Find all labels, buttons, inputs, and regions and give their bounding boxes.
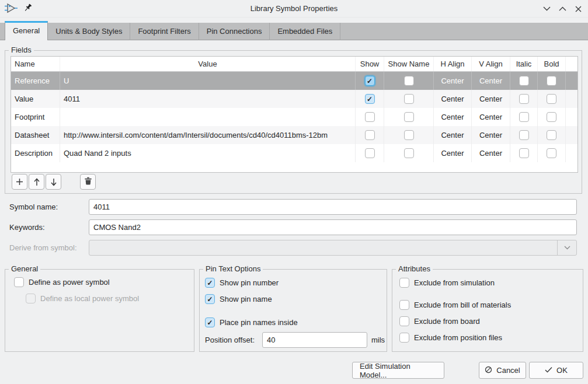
show-pin-name-checkbox[interactable] [205, 294, 215, 304]
exclude-from-position-files-option[interactable]: Exclude from position files [399, 333, 502, 343]
cell-value[interactable]: Quad Nand 2 inputs [60, 144, 356, 162]
titlebar[interactable]: Library Symbol Properties [0, 0, 588, 18]
place-pin-names-inside-checkbox[interactable] [205, 317, 215, 327]
place-pin-names-inside-label: Place pin names inside [220, 317, 298, 327]
close-icon[interactable] [574, 5, 582, 13]
bold-checkbox[interactable] [547, 76, 556, 86]
show-pin-name-option[interactable]: Show pin name [205, 294, 272, 304]
exclude-from-position-files-checkbox[interactable] [399, 333, 409, 343]
cell-h-align[interactable]: Center [434, 108, 472, 126]
exclude-from-board-option[interactable]: Exclude from board [399, 316, 480, 326]
edit-simulation-model-label: Edit Simulation Model... [360, 362, 437, 379]
tab-bar: General Units & Body Styles Footprint Fi… [0, 21, 588, 40]
derive-from-symbol-label: Derive from symbol: [9, 240, 77, 256]
tab-general[interactable]: General [5, 21, 48, 40]
pin-text-options-legend: Pin Text Options [203, 264, 263, 273]
italic-checkbox[interactable] [519, 148, 529, 158]
symbol-name-input[interactable] [89, 199, 577, 215]
edit-simulation-model-button[interactable]: Edit Simulation Model... [352, 362, 444, 379]
show-checkbox[interactable] [365, 130, 375, 140]
show-name-checkbox[interactable] [404, 94, 414, 104]
cell-h-align[interactable]: Center [434, 72, 472, 90]
delete-field-button[interactable] [80, 174, 96, 190]
define-power-symbol-label: Define as power symbol [29, 277, 110, 287]
exclude-from-position-files-label: Exclude from position files [414, 333, 502, 343]
italic-checkbox[interactable] [519, 130, 529, 140]
cell-v-align[interactable]: Center [472, 72, 510, 90]
exclude-from-bom-checkbox[interactable] [399, 300, 409, 310]
add-field-button[interactable] [12, 174, 27, 190]
column-header-show-name: Show Name [384, 57, 434, 71]
tab-footprint-filters[interactable]: Footprint Filters [130, 23, 199, 40]
define-power-symbol-option[interactable]: Define as power symbol [14, 277, 110, 287]
show-pin-number-option[interactable]: Show pin number [205, 278, 279, 288]
show-pin-number-checkbox[interactable] [205, 278, 215, 288]
italic-checkbox[interactable] [519, 76, 529, 86]
minimize-icon[interactable] [542, 5, 551, 13]
cell-value[interactable]: 4011 [60, 90, 356, 108]
cancel-button[interactable]: Cancel [479, 362, 526, 379]
keywords-input[interactable] [89, 219, 577, 235]
cell-h-align[interactable]: Center [434, 90, 472, 108]
cell-value[interactable] [60, 108, 356, 126]
cell-value[interactable]: http://www.intersil.com/content/dam/Inte… [60, 126, 356, 144]
bold-checkbox[interactable] [547, 94, 556, 104]
keywords-label: Keywords: [9, 219, 45, 235]
column-header-italic: Italic [510, 57, 538, 71]
attributes-group-legend: Attributes [396, 264, 433, 273]
exclude-from-simulation-checkbox[interactable] [399, 278, 409, 288]
table-row-reference[interactable]: Reference U Center Center [11, 72, 577, 90]
cell-name[interactable]: Datasheet [11, 126, 60, 144]
show-checkbox[interactable] [365, 94, 375, 104]
table-row-footprint[interactable]: Footprint Center Center [11, 108, 577, 126]
ok-button[interactable]: OK [529, 362, 583, 379]
position-offset-input[interactable] [262, 332, 367, 348]
define-power-symbol-checkbox[interactable] [14, 277, 24, 287]
show-checkbox[interactable] [365, 112, 375, 122]
cell-v-align[interactable]: Center [472, 108, 510, 126]
cell-name[interactable]: Reference [11, 72, 60, 90]
table-row-datasheet[interactable]: Datasheet http://www.intersil.com/conten… [11, 126, 577, 144]
cancel-icon [485, 366, 492, 375]
tab-pin-connections[interactable]: Pin Connections [199, 23, 270, 40]
show-name-checkbox[interactable] [404, 76, 414, 86]
column-header-bold: Bold [538, 57, 566, 71]
cell-v-align[interactable]: Center [472, 90, 510, 108]
table-row-description[interactable]: Description Quad Nand 2 inputs Center Ce… [11, 144, 577, 162]
show-checkbox[interactable] [365, 76, 375, 86]
derive-from-symbol-combobox[interactable] [89, 240, 577, 256]
bold-checkbox[interactable] [547, 148, 556, 158]
italic-checkbox[interactable] [519, 94, 529, 104]
cell-value[interactable]: U [60, 72, 356, 90]
tab-units-body-styles[interactable]: Units & Body Styles [48, 23, 130, 40]
move-down-button[interactable] [46, 174, 61, 190]
cell-v-align[interactable]: Center [472, 126, 510, 144]
cell-v-align[interactable]: Center [472, 144, 510, 162]
cell-name[interactable]: Value [11, 90, 60, 108]
place-pin-names-inside-option[interactable]: Place pin names inside [205, 317, 298, 327]
maximize-icon[interactable] [558, 5, 566, 13]
show-pin-number-label: Show pin number [220, 278, 279, 288]
general-group: General Define as power symbol Define as… [5, 269, 194, 352]
table-row-value[interactable]: Value 4011 Center Center [11, 90, 577, 108]
library-symbol-properties-dialog: { "window": { "title": "Library Symbol P… [0, 0, 588, 384]
cell-h-align[interactable]: Center [434, 144, 472, 162]
cell-name[interactable]: Footprint [11, 108, 60, 126]
bold-checkbox[interactable] [547, 112, 556, 122]
move-up-button[interactable] [29, 174, 44, 190]
exclude-from-simulation-option[interactable]: Exclude from simulation [399, 278, 495, 288]
tab-embedded-files[interactable]: Embedded Files [270, 23, 340, 40]
show-name-checkbox[interactable] [404, 148, 414, 158]
column-header-v-align: V Align [472, 57, 510, 71]
pin-text-options-group: Pin Text Options Show pin number Show pi… [199, 269, 387, 352]
show-name-checkbox[interactable] [404, 112, 414, 122]
exclude-from-bom-option[interactable]: Exclude from bill of materials [399, 300, 511, 310]
italic-checkbox[interactable] [519, 112, 529, 122]
show-checkbox[interactable] [365, 148, 375, 158]
define-local-power-symbol-checkbox [26, 294, 36, 303]
show-name-checkbox[interactable] [404, 130, 414, 140]
cell-name[interactable]: Description [11, 144, 60, 162]
bold-checkbox[interactable] [547, 130, 556, 140]
cell-h-align[interactable]: Center [434, 126, 472, 144]
exclude-from-board-checkbox[interactable] [399, 316, 409, 326]
